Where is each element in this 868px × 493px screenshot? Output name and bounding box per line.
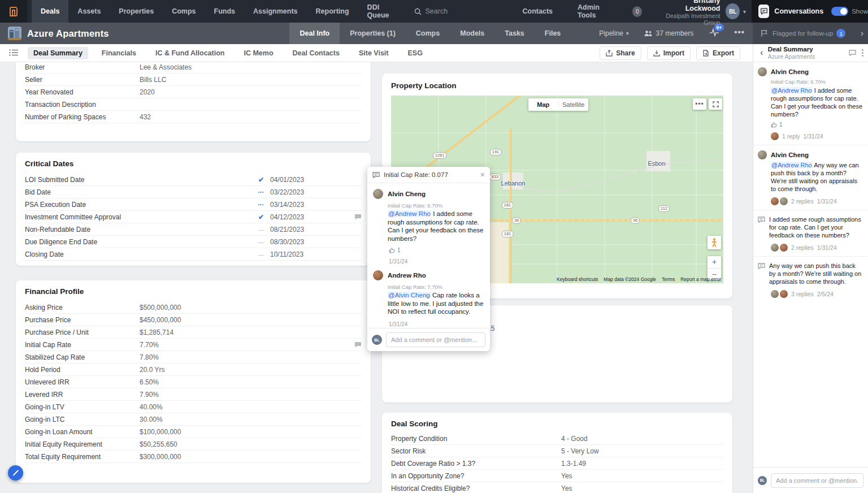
comment-input[interactable] — [386, 332, 485, 347]
outline-list-icon[interactable] — [9, 48, 18, 58]
nav-item-reporting[interactable]: Reporting — [307, 0, 358, 23]
conversation-item[interactable]: I added some rough assumptions for cap r… — [753, 210, 868, 257]
popup-header: Initial Cap Rate: 0.077 × — [367, 167, 490, 183]
avatar — [780, 244, 788, 252]
like-row[interactable]: 1 — [771, 122, 863, 128]
comment-input[interactable] — [771, 473, 863, 488]
tab-deal-info[interactable]: Deal Info — [289, 23, 340, 44]
conversation-item[interactable]: Any way we can push this back by a month… — [753, 257, 868, 302]
pipeline-dropdown[interactable]: Pipeline▾ — [593, 29, 634, 37]
nav-item-assignments[interactable]: Assignments — [244, 0, 307, 23]
tab-properties[interactable]: Properties (1) — [340, 23, 406, 44]
comment-body: I added some rough assumptions for cap r… — [769, 215, 863, 239]
tab-models[interactable]: Models — [450, 23, 494, 44]
comment-body: Any way we can push this back by a month… — [769, 262, 863, 286]
comment-body: @Andrew Rho Any way we can push this bac… — [771, 161, 863, 193]
reply-summary[interactable]: 2 replies 1/31/24 — [771, 197, 863, 205]
user-name: Brittany Lockwood — [657, 0, 720, 12]
comment-indicator-icon[interactable] — [354, 214, 362, 220]
subtab-financials[interactable]: Financials — [96, 47, 142, 59]
nav-item-assets[interactable]: Assets — [68, 0, 110, 23]
more-options-icon[interactable]: ••• — [728, 27, 753, 40]
user-organization: Dealpath Investment Group — [657, 12, 720, 26]
user-avatar: BL — [372, 335, 382, 345]
chevron-right-icon[interactable]: › — [861, 28, 863, 38]
avatar — [780, 290, 788, 298]
check-icon: ✔ — [257, 213, 265, 221]
field-row: In an Opportunity Zone?Yes — [391, 470, 723, 482]
conversation-item[interactable]: Alvin Cheng @Andrew Rho Any way we can p… — [753, 145, 868, 210]
nav-item-contacts[interactable]: Contacts — [510, 7, 565, 15]
reply-summary[interactable]: 3 replies 2/5/24 — [771, 290, 863, 298]
more-vertical-icon[interactable] — [862, 49, 863, 57]
map-type-satellite-button[interactable]: Satellite — [558, 101, 589, 108]
section-title: Critical Dates — [25, 159, 362, 168]
street-view-pegman-icon[interactable] — [708, 236, 721, 249]
field-row: Purchase Price$450,000,000 — [25, 314, 362, 326]
nav-item-ddi-queue[interactable]: DDI Queue — [358, 0, 398, 23]
field-row: Levered IRR7.90% — [25, 388, 362, 401]
subtab-ic-fund-allocation[interactable]: IC & Fund Allocation — [150, 47, 230, 59]
activity-button[interactable]: 9+ — [702, 28, 726, 39]
flagged-follow-up-bar[interactable]: Flagged for follow-up 1 › — [753, 23, 868, 44]
people-icon — [644, 30, 653, 37]
date-row: Bid Date•••03/22/2023 — [25, 186, 362, 198]
tab-tasks[interactable]: Tasks — [494, 23, 535, 44]
terms-link[interactable]: Terms — [662, 276, 675, 282]
notification-badge[interactable]: 0 — [632, 6, 642, 17]
fullscreen-icon[interactable] — [709, 98, 722, 110]
map-more-options-icon[interactable]: ••• — [693, 98, 706, 110]
dealpath-logo[interactable] — [0, 0, 27, 23]
user-avatar[interactable]: BL — [726, 3, 740, 19]
field-row: Transaction Description — [25, 98, 362, 111]
reply-summary[interactable]: 2 replies 1/31/24 — [771, 244, 863, 252]
nav-item-admin-tools[interactable]: Admin Tools — [565, 3, 627, 19]
like-row[interactable]: 1 — [389, 247, 484, 253]
tab-comps[interactable]: Comps — [406, 23, 450, 44]
subtab-deal-contacts[interactable]: Deal Contacts — [287, 47, 345, 59]
subtab-site-visit[interactable]: Site Visit — [353, 47, 394, 59]
pencil-icon — [12, 470, 19, 477]
chevron-down-icon: ▾ — [626, 31, 629, 36]
field-row: Stabilized Cap Rate7.80% — [25, 351, 362, 364]
nav-item-funds[interactable]: Funds — [205, 0, 245, 23]
deal-photo-thumbnail[interactable] — [8, 27, 21, 40]
mention-link[interactable]: @Andrew Rho — [771, 162, 813, 168]
export-button[interactable]: Export — [696, 46, 740, 60]
date-row: Due Diligence End Date—08/30/2023 — [25, 236, 362, 248]
chevron-down-icon[interactable]: ▾ — [743, 8, 746, 15]
mention-link[interactable]: @Andrew Rho — [388, 210, 431, 217]
reply-summary[interactable]: 1 reply 1/31/24 — [771, 132, 863, 140]
share-button[interactable]: Share — [600, 46, 641, 60]
import-button[interactable]: Import — [647, 46, 691, 60]
members-button[interactable]: 37 members — [637, 29, 701, 37]
nav-item-properties[interactable]: Properties — [110, 0, 163, 23]
search-input[interactable] — [426, 7, 510, 15]
map-attribution: Keyboard shortcuts Map data ©2024 Google… — [557, 276, 721, 282]
chevron-left-icon[interactable]: ‹ — [758, 47, 768, 59]
mention-link[interactable]: @Alvin Cheng — [388, 292, 431, 299]
edit-fab-button[interactable] — [8, 465, 23, 481]
comment-indicator-icon[interactable] — [354, 341, 362, 348]
close-icon[interactable]: × — [480, 171, 485, 179]
mention-link[interactable]: @Andrew Rho — [771, 87, 813, 94]
nav-item-comps[interactable]: Comps — [163, 0, 205, 23]
subtab-ic-memo[interactable]: IC Memo — [238, 47, 279, 59]
comment-body: @Andrew Rho I added some rough assumptio… — [388, 210, 484, 243]
comment-author: Alvin Cheng — [388, 191, 426, 197]
global-search[interactable] — [414, 7, 510, 15]
keyboard-shortcuts-link[interactable]: Keyboard shortcuts — [557, 276, 598, 282]
building-logo-icon — [7, 5, 20, 18]
avatar — [771, 244, 779, 252]
nav-item-deals[interactable]: Deals — [32, 0, 68, 23]
map-type-map-button[interactable]: Map — [528, 101, 558, 108]
tab-files[interactable]: Files — [535, 23, 571, 44]
subtab-esg[interactable]: ESG — [402, 47, 428, 59]
comment-icon[interactable] — [849, 50, 856, 56]
conversations-show-toggle[interactable] — [831, 7, 848, 16]
report-map-error-link[interactable]: Report a map error — [680, 276, 721, 282]
subtab-deal-summary[interactable]: Deal Summary — [28, 47, 88, 59]
panel-subtitle: Azure Apartments — [768, 53, 815, 60]
conversation-item[interactable]: Alvin Cheng Initial Cap Rate: 6.70% @And… — [753, 62, 868, 145]
zoom-in-button[interactable]: + — [708, 256, 721, 269]
